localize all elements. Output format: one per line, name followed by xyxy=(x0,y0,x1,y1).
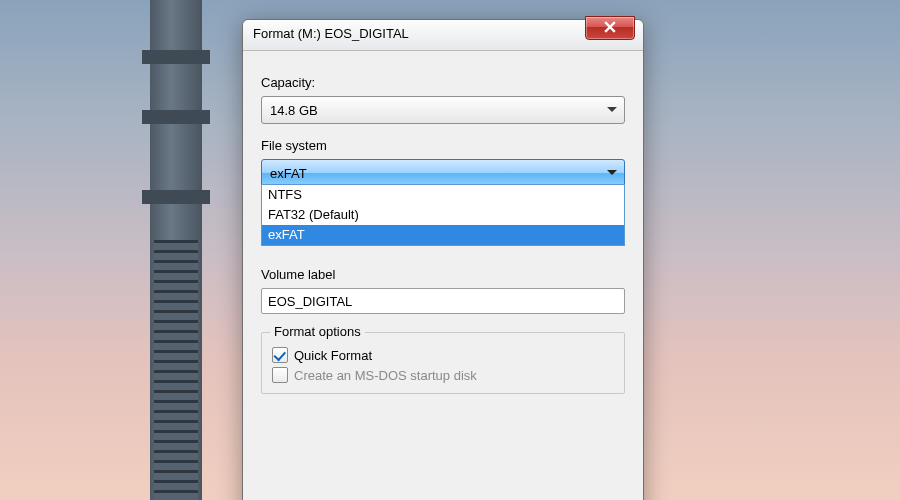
filesystem-option-fat32[interactable]: FAT32 (Default) xyxy=(262,205,624,225)
volume-label-caption: Volume label xyxy=(261,267,625,282)
quick-format-label: Quick Format xyxy=(294,348,372,363)
chevron-down-icon xyxy=(607,107,617,113)
titlebar[interactable]: Format (M:) EOS_DIGITAL xyxy=(243,20,643,51)
quick-format-checkbox[interactable] xyxy=(272,347,288,363)
msdos-checkbox[interactable] xyxy=(272,367,288,383)
filesystem-dropdown-list[interactable]: NTFS FAT32 (Default) exFAT xyxy=(261,184,625,246)
filesystem-option-exfat[interactable]: exFAT xyxy=(262,225,624,245)
format-options-group: Format options Quick Format Create an MS… xyxy=(261,332,625,394)
filesystem-option-ntfs[interactable]: NTFS xyxy=(262,185,624,205)
msdos-label: Create an MS-DOS startup disk xyxy=(294,368,477,383)
capacity-value: 14.8 GB xyxy=(270,103,318,118)
close-button[interactable] xyxy=(585,16,635,40)
filesystem-value: exFAT xyxy=(270,166,307,181)
filesystem-label: File system xyxy=(261,138,625,153)
capacity-combobox[interactable]: 14.8 GB xyxy=(261,96,625,124)
window-title: Format (M:) EOS_DIGITAL xyxy=(253,26,409,41)
chevron-down-icon xyxy=(607,170,617,176)
close-icon xyxy=(604,21,616,36)
volume-label-value: EOS_DIGITAL xyxy=(268,294,352,309)
filesystem-combobox[interactable]: exFAT xyxy=(261,159,625,187)
capacity-label: Capacity: xyxy=(261,75,625,90)
background-building xyxy=(132,0,220,500)
volume-label-input[interactable]: EOS_DIGITAL xyxy=(261,288,625,314)
format-dialog: Format (M:) EOS_DIGITAL Capacity: 14.8 G… xyxy=(242,19,644,500)
format-options-legend: Format options xyxy=(270,324,365,339)
